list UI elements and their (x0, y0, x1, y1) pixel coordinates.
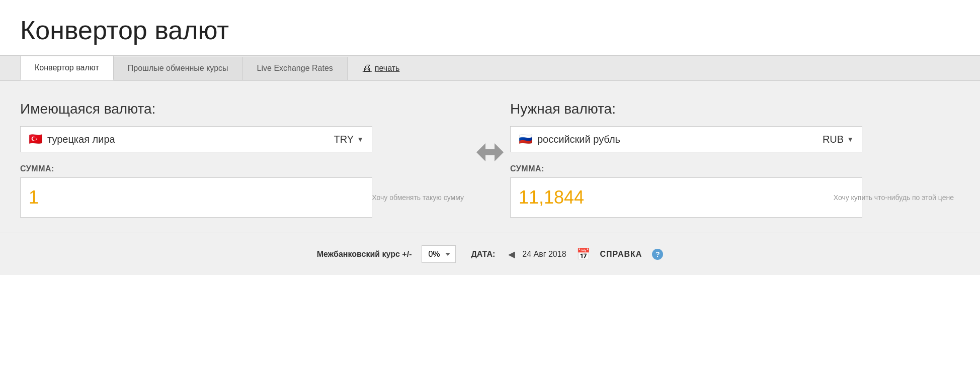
to-flag: 🇷🇺 (519, 133, 532, 146)
from-amount-section: СУММА: Хочу обменять такую сумму (20, 164, 470, 218)
to-dropdown-arrow: ▼ (847, 135, 854, 143)
to-currency-block: Нужная валюта: 🇷🇺 российский рубль RUB ▼… (510, 101, 960, 218)
currencies-row: Имеющаяся валюта: 🇹🇷 турецкая лира TRY ▼… (20, 101, 960, 218)
from-amount-input[interactable] (20, 177, 372, 218)
from-currency-name: турецкая лира (47, 134, 115, 145)
to-amount-input[interactable] (510, 177, 862, 218)
from-amount-hint: Хочу обменять такую сумму (372, 193, 464, 202)
to-amount-hint: Хочу купить что-нибудь по этой цене (834, 193, 954, 202)
from-currency-code: TRY ▼ (334, 134, 364, 145)
to-currency-selector-left: 🇷🇺 российский рубль (519, 133, 620, 146)
to-amount-label: СУММА: (510, 164, 960, 173)
to-currency-name: российский рубль (537, 134, 620, 145)
date-nav: ◀ 24 Авг 2018 (505, 248, 566, 261)
help-label: СПРАВКА (600, 250, 642, 259)
from-dropdown-arrow: ▼ (357, 135, 364, 143)
date-prev-button[interactable]: ◀ (505, 248, 518, 261)
converter-area: Имеющаяся валюта: 🇹🇷 турецкая лира TRY ▼… (0, 81, 980, 233)
bottom-bar: Межбанковский курс +/- 0% 1% 2% 5% ДАТА:… (0, 233, 980, 275)
print-label: печать (375, 64, 400, 73)
swap-button[interactable] (476, 141, 504, 165)
from-amount-row: Хочу обменять такую сумму (20, 177, 470, 218)
from-flag: 🇹🇷 (29, 133, 42, 146)
from-currency-selector[interactable]: 🇹🇷 турецкая лира TRY ▼ (20, 126, 372, 152)
interbank-select[interactable]: 0% 1% 2% 5% (422, 245, 456, 263)
date-label: ДАТА: (471, 250, 495, 259)
print-icon: 🖨 (363, 63, 372, 73)
print-button[interactable]: 🖨 печать (358, 56, 405, 80)
to-currency-selector[interactable]: 🇷🇺 российский рубль RUB ▼ (510, 126, 862, 152)
from-amount-label: СУММА: (20, 164, 470, 173)
to-amount-row: Хочу купить что-нибудь по этой цене (510, 177, 960, 218)
svg-marker-0 (476, 143, 504, 161)
swap-icon (476, 141, 504, 163)
to-currency-label: Нужная валюта: (510, 101, 960, 117)
tab-history[interactable]: Прошлые обменные курсы (114, 57, 243, 80)
page-title: Конвертор валют (0, 0, 980, 55)
from-currency-block: Имеющаяся валюта: 🇹🇷 турецкая лира TRY ▼… (20, 101, 470, 218)
from-currency-selector-left: 🇹🇷 турецкая лира (29, 133, 115, 146)
from-currency-label: Имеющаяся валюта: (20, 101, 470, 117)
interbank-label: Межбанковский курс +/- (317, 250, 412, 259)
tab-converter[interactable]: Конвертор валют (20, 56, 114, 80)
page-wrapper: Конвертор валют Конвертор валют Прошлые … (0, 0, 980, 390)
to-amount-section: СУММА: Хочу купить что-нибудь по этой це… (510, 164, 960, 218)
date-value: 24 Авг 2018 (522, 250, 566, 259)
calendar-icon[interactable]: 📅 (577, 248, 590, 261)
tab-live[interactable]: Live Exchange Rates (243, 57, 348, 80)
swap-button-wrapper (470, 101, 510, 165)
to-currency-code: RUB ▼ (823, 134, 854, 145)
tabs-bar: Конвертор валют Прошлые обменные курсы L… (0, 55, 980, 81)
help-icon[interactable]: ? (652, 249, 663, 260)
